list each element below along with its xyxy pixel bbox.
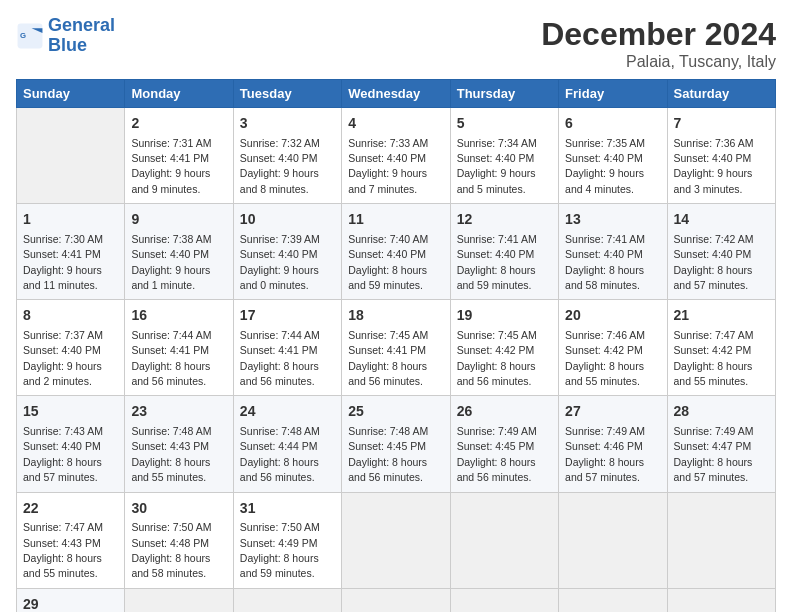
logo-icon: G xyxy=(16,22,44,50)
calendar-day-cell: 26 Sunrise: 7:49 AM Sunset: 4:45 PM Dayl… xyxy=(450,396,558,492)
daylight-info: Daylight: 9 hours and 3 minutes. xyxy=(674,167,753,194)
calendar-week-row: 1 Sunrise: 7:30 AM Sunset: 4:41 PM Dayli… xyxy=(17,204,776,300)
daylight-info: Daylight: 8 hours and 56 minutes. xyxy=(457,360,536,387)
day-number: 9 xyxy=(131,210,226,230)
day-number: 28 xyxy=(674,402,769,422)
calendar-table: Sunday Monday Tuesday Wednesday Thursday… xyxy=(16,79,776,612)
sunrise-info: Sunrise: 7:40 AM xyxy=(348,233,428,245)
day-number: 22 xyxy=(23,499,118,519)
daylight-info: Daylight: 8 hours and 56 minutes. xyxy=(457,456,536,483)
sunrise-info: Sunrise: 7:44 AM xyxy=(131,329,211,341)
sunset-info: Sunset: 4:42 PM xyxy=(457,344,535,356)
day-number: 19 xyxy=(457,306,552,326)
sunset-info: Sunset: 4:40 PM xyxy=(23,440,101,452)
calendar-day-cell xyxy=(342,588,450,612)
sunset-info: Sunset: 4:40 PM xyxy=(240,248,318,260)
day-number: 17 xyxy=(240,306,335,326)
col-friday: Friday xyxy=(559,80,667,108)
day-number: 29 xyxy=(23,595,118,612)
sunrise-info: Sunrise: 7:38 AM xyxy=(131,233,211,245)
daylight-info: Daylight: 8 hours and 55 minutes. xyxy=(674,360,753,387)
calendar-day-cell: 1 Sunrise: 7:30 AM Sunset: 4:41 PM Dayli… xyxy=(17,204,125,300)
calendar-day-cell: 29 Sunrise: 7:49 AM Sunset: 4:47 PM Dayl… xyxy=(17,588,125,612)
sunset-info: Sunset: 4:41 PM xyxy=(131,152,209,164)
calendar-day-cell: 27 Sunrise: 7:49 AM Sunset: 4:46 PM Dayl… xyxy=(559,396,667,492)
sunrise-info: Sunrise: 7:36 AM xyxy=(674,137,754,149)
calendar-day-cell: 18 Sunrise: 7:45 AM Sunset: 4:41 PM Dayl… xyxy=(342,300,450,396)
calendar-day-cell: 2 Sunrise: 7:31 AM Sunset: 4:41 PM Dayli… xyxy=(125,108,233,204)
day-number: 23 xyxy=(131,402,226,422)
col-tuesday: Tuesday xyxy=(233,80,341,108)
calendar-day-cell: 9 Sunrise: 7:38 AM Sunset: 4:40 PM Dayli… xyxy=(125,204,233,300)
calendar-week-row: 2 Sunrise: 7:31 AM Sunset: 4:41 PM Dayli… xyxy=(17,108,776,204)
sunset-info: Sunset: 4:47 PM xyxy=(674,440,752,452)
daylight-info: Daylight: 8 hours and 56 minutes. xyxy=(348,360,427,387)
daylight-info: Daylight: 8 hours and 59 minutes. xyxy=(348,264,427,291)
day-number: 26 xyxy=(457,402,552,422)
col-saturday: Saturday xyxy=(667,80,775,108)
sunrise-info: Sunrise: 7:47 AM xyxy=(23,521,103,533)
day-number: 15 xyxy=(23,402,118,422)
day-number: 24 xyxy=(240,402,335,422)
day-number: 1 xyxy=(23,210,118,230)
sunrise-info: Sunrise: 7:42 AM xyxy=(674,233,754,245)
sunset-info: Sunset: 4:44 PM xyxy=(240,440,318,452)
daylight-info: Daylight: 8 hours and 59 minutes. xyxy=(240,552,319,579)
sunrise-info: Sunrise: 7:49 AM xyxy=(674,425,754,437)
calendar-day-cell xyxy=(233,588,341,612)
daylight-info: Daylight: 9 hours and 1 minute. xyxy=(131,264,210,291)
calendar-day-cell: 6 Sunrise: 7:35 AM Sunset: 4:40 PM Dayli… xyxy=(559,108,667,204)
logo-general: General xyxy=(48,15,115,35)
calendar-day-cell: 15 Sunrise: 7:43 AM Sunset: 4:40 PM Dayl… xyxy=(17,396,125,492)
calendar-day-cell: 14 Sunrise: 7:42 AM Sunset: 4:40 PM Dayl… xyxy=(667,204,775,300)
day-number: 31 xyxy=(240,499,335,519)
day-number: 8 xyxy=(23,306,118,326)
sunset-info: Sunset: 4:41 PM xyxy=(240,344,318,356)
day-number: 16 xyxy=(131,306,226,326)
daylight-info: Daylight: 9 hours and 5 minutes. xyxy=(457,167,536,194)
sunrise-info: Sunrise: 7:47 AM xyxy=(674,329,754,341)
sunset-info: Sunset: 4:40 PM xyxy=(674,152,752,164)
calendar-week-row: 15 Sunrise: 7:43 AM Sunset: 4:40 PM Dayl… xyxy=(17,396,776,492)
sunset-info: Sunset: 4:40 PM xyxy=(131,248,209,260)
logo: G General Blue xyxy=(16,16,115,56)
daylight-info: Daylight: 8 hours and 55 minutes. xyxy=(565,360,644,387)
calendar-day-cell xyxy=(559,588,667,612)
daylight-info: Daylight: 9 hours and 0 minutes. xyxy=(240,264,319,291)
day-number: 30 xyxy=(131,499,226,519)
day-number: 11 xyxy=(348,210,443,230)
calendar-week-row: 22 Sunrise: 7:47 AM Sunset: 4:43 PM Dayl… xyxy=(17,492,776,588)
calendar-day-cell: 13 Sunrise: 7:41 AM Sunset: 4:40 PM Dayl… xyxy=(559,204,667,300)
calendar-day-cell xyxy=(667,492,775,588)
daylight-info: Daylight: 9 hours and 7 minutes. xyxy=(348,167,427,194)
calendar-day-cell: 22 Sunrise: 7:47 AM Sunset: 4:43 PM Dayl… xyxy=(17,492,125,588)
day-number: 12 xyxy=(457,210,552,230)
day-number: 14 xyxy=(674,210,769,230)
calendar-day-cell xyxy=(125,588,233,612)
daylight-info: Daylight: 8 hours and 58 minutes. xyxy=(565,264,644,291)
sunset-info: Sunset: 4:40 PM xyxy=(348,248,426,260)
daylight-info: Daylight: 8 hours and 57 minutes. xyxy=(674,264,753,291)
calendar-day-cell: 20 Sunrise: 7:46 AM Sunset: 4:42 PM Dayl… xyxy=(559,300,667,396)
day-number: 27 xyxy=(565,402,660,422)
sunset-info: Sunset: 4:40 PM xyxy=(457,152,535,164)
calendar-day-cell: 25 Sunrise: 7:48 AM Sunset: 4:45 PM Dayl… xyxy=(342,396,450,492)
sunrise-info: Sunrise: 7:41 AM xyxy=(457,233,537,245)
calendar-day-cell xyxy=(342,492,450,588)
sunset-info: Sunset: 4:45 PM xyxy=(348,440,426,452)
day-number: 25 xyxy=(348,402,443,422)
sunrise-info: Sunrise: 7:48 AM xyxy=(131,425,211,437)
calendar-day-cell xyxy=(450,492,558,588)
daylight-info: Daylight: 9 hours and 11 minutes. xyxy=(23,264,102,291)
calendar-day-cell xyxy=(450,588,558,612)
logo-text: General Blue xyxy=(48,16,115,56)
sunrise-info: Sunrise: 7:41 AM xyxy=(565,233,645,245)
col-sunday: Sunday xyxy=(17,80,125,108)
daylight-info: Daylight: 8 hours and 55 minutes. xyxy=(131,456,210,483)
day-number: 7 xyxy=(674,114,769,134)
day-number: 2 xyxy=(131,114,226,134)
col-wednesday: Wednesday xyxy=(342,80,450,108)
calendar-day-cell: 4 Sunrise: 7:33 AM Sunset: 4:40 PM Dayli… xyxy=(342,108,450,204)
sunrise-info: Sunrise: 7:45 AM xyxy=(348,329,428,341)
sunset-info: Sunset: 4:46 PM xyxy=(565,440,643,452)
